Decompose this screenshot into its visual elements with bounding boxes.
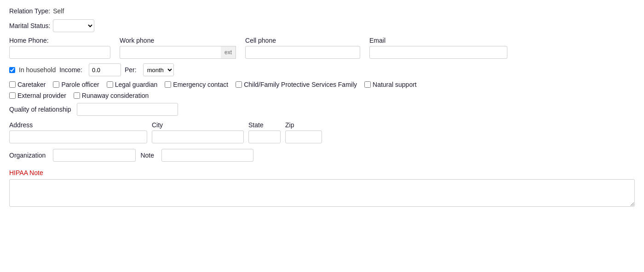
work-phone-label: Work phone	[120, 37, 236, 44]
runaway-consideration-label[interactable]: Runaway consideration	[82, 92, 149, 99]
email-input[interactable]	[369, 46, 507, 59]
city-input[interactable]	[152, 130, 244, 143]
org-label: Organization	[9, 152, 46, 159]
legal-guardian-checkbox-item: Legal guardian	[107, 81, 158, 88]
caretaker-label[interactable]: Caretaker	[17, 81, 46, 88]
in-household-label[interactable]: In household	[19, 66, 56, 74]
per-label: Per:	[125, 66, 137, 74]
cell-phone-input[interactable]	[245, 46, 360, 59]
child-family-checkbox[interactable]	[236, 81, 242, 88]
child-family-checkbox-item: Child/Family Protective Services Family	[236, 81, 357, 88]
org-note-row: Organization Note	[9, 149, 635, 162]
ext-label: ext	[221, 46, 236, 59]
in-household-row: In household Income: Per: month week yea…	[9, 63, 635, 76]
child-family-label[interactable]: Child/Family Protective Services Family	[244, 81, 357, 88]
quality-label: Quality of relationship	[9, 106, 71, 113]
external-provider-checkbox[interactable]	[9, 92, 16, 99]
hipaa-label: HIPAA Note	[9, 169, 635, 176]
natural-support-label[interactable]: Natural support	[373, 81, 417, 88]
parole-officer-checkbox-item: Parole officer	[53, 81, 99, 88]
note-label: Note	[140, 152, 154, 159]
legal-guardian-checkbox[interactable]	[107, 81, 113, 88]
state-input[interactable]	[248, 130, 281, 143]
legal-guardian-label[interactable]: Legal guardian	[115, 81, 158, 88]
per-select[interactable]: month week year day	[143, 63, 174, 76]
caretaker-checkbox-item: Caretaker	[9, 81, 46, 88]
relation-type-label: Relation Type:	[9, 7, 50, 15]
email-label: Email	[369, 37, 507, 44]
phone-row: Home Phone: Work phone ext Cell phone Em…	[9, 37, 635, 59]
cell-phone-group: Cell phone	[245, 37, 360, 59]
work-phone-input[interactable]	[120, 46, 221, 59]
home-phone-group: Home Phone:	[9, 37, 110, 59]
caretaker-checkbox[interactable]	[9, 81, 16, 88]
work-phone-ext-wrapper: ext	[120, 46, 236, 59]
cell-phone-label: Cell phone	[245, 37, 360, 44]
income-input[interactable]	[89, 63, 121, 76]
hipaa-textarea[interactable]	[9, 179, 635, 207]
parole-officer-checkbox[interactable]	[53, 81, 59, 88]
address-section: Address City State Zip	[9, 121, 635, 143]
relation-type-value: Self	[53, 7, 64, 15]
in-household-checkbox[interactable]	[9, 67, 15, 73]
natural-support-checkbox-item: Natural support	[364, 81, 417, 88]
natural-support-checkbox[interactable]	[364, 81, 371, 88]
emergency-contact-label[interactable]: Emergency contact	[173, 81, 228, 88]
emergency-contact-checkbox[interactable]	[165, 81, 171, 88]
state-label: State	[248, 121, 281, 129]
quality-row: Quality of relationship	[9, 103, 635, 116]
runaway-consideration-checkbox-item: Runaway consideration	[74, 92, 149, 99]
checkboxes-row-2: External provider Runaway consideration	[9, 92, 635, 99]
marital-status-row: Marital Status: Single Married Divorced …	[9, 19, 635, 32]
quality-input[interactable]	[77, 103, 178, 116]
address-input[interactable]	[9, 130, 147, 143]
marital-status-label: Marital Status:	[9, 22, 50, 29]
hipaa-section: HIPAA Note	[9, 169, 635, 208]
work-phone-group: Work phone ext	[120, 37, 236, 59]
runaway-consideration-checkbox[interactable]	[74, 92, 80, 99]
parole-officer-label[interactable]: Parole officer	[61, 81, 99, 88]
address-inputs	[9, 130, 635, 143]
checkboxes-row-1: Caretaker Parole officer Legal guardian …	[9, 81, 635, 88]
marital-status-select[interactable]: Single Married Divorced Widowed Separate…	[53, 19, 94, 32]
income-label: Income:	[59, 66, 82, 74]
home-phone-input[interactable]	[9, 46, 110, 59]
emergency-contact-checkbox-item: Emergency contact	[165, 81, 228, 88]
address-label: Address	[9, 121, 147, 129]
zip-label: Zip	[285, 121, 322, 129]
relation-type-row: Relation Type: Self	[9, 7, 635, 15]
external-provider-checkbox-item: External provider	[9, 92, 66, 99]
org-input[interactable]	[53, 149, 136, 162]
address-label-row: Address City State Zip	[9, 121, 635, 129]
home-phone-label: Home Phone:	[9, 37, 110, 44]
note-input[interactable]	[161, 149, 253, 162]
city-label: City	[152, 121, 244, 129]
zip-input[interactable]	[285, 130, 322, 143]
email-group: Email	[369, 37, 507, 59]
external-provider-label[interactable]: External provider	[17, 92, 66, 99]
